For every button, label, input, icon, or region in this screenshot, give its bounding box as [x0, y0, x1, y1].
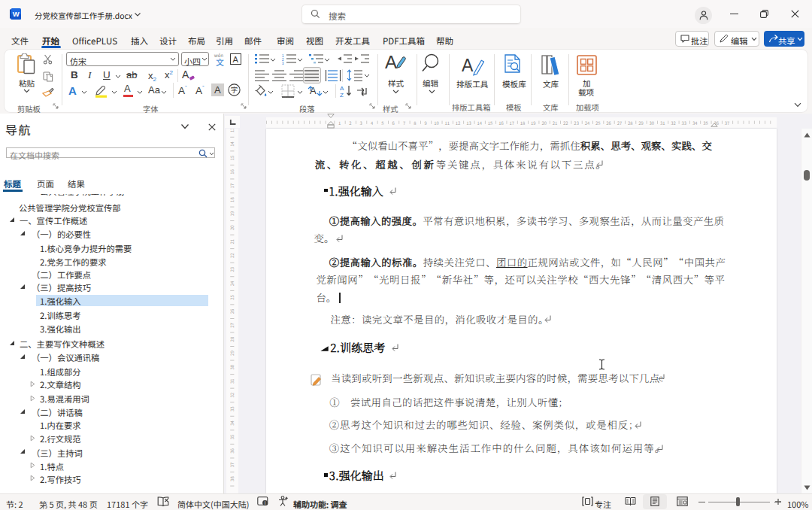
svg-text:A: A	[340, 85, 344, 92]
svg-text:29: 29	[638, 120, 644, 126]
svg-text:1: 1	[338, 120, 341, 126]
svg-text:30: 30	[229, 365, 235, 370]
svg-text:34: 34	[692, 120, 698, 126]
svg-text:35: 35	[703, 120, 708, 126]
svg-text:9: 9	[425, 120, 427, 126]
svg-text:36: 36	[229, 448, 235, 454]
svg-text:29: 29	[229, 351, 235, 356]
svg-text:18: 18	[520, 120, 526, 126]
svg-text:4: 4	[371, 120, 374, 126]
svg-text:27: 27	[229, 323, 235, 328]
svg-text:34: 34	[229, 420, 235, 425]
svg-text:13: 13	[466, 120, 471, 126]
svg-text:3: 3	[282, 62, 284, 65]
svg-text:12: 12	[456, 120, 461, 126]
svg-text:32: 32	[671, 120, 676, 126]
svg-text:33: 33	[682, 120, 687, 126]
svg-text:33: 33	[229, 407, 235, 412]
svg-text:17: 17	[229, 184, 235, 189]
svg-text:22: 22	[229, 253, 235, 259]
svg-text:21: 21	[553, 120, 558, 126]
svg-text:字: 字	[231, 84, 238, 95]
svg-text:35: 35	[229, 435, 235, 440]
svg-text:31: 31	[660, 120, 665, 126]
svg-text:6: 6	[392, 120, 395, 126]
svg-text:11: 11	[445, 120, 450, 126]
svg-text:26: 26	[229, 308, 235, 314]
svg-text:18: 18	[229, 197, 235, 202]
svg-text:10: 10	[434, 120, 439, 126]
svg-text:5: 5	[381, 120, 383, 126]
svg-text:i: i	[265, 500, 265, 505]
svg-text:W: W	[13, 10, 20, 18]
svg-text:A: A	[385, 53, 397, 72]
svg-text:25: 25	[229, 295, 235, 300]
svg-text:16: 16	[498, 120, 504, 126]
svg-text:14: 14	[229, 141, 235, 146]
svg-text:24: 24	[229, 281, 235, 286]
svg-text:19: 19	[229, 211, 235, 217]
svg-text:22: 22	[563, 120, 568, 126]
svg-text:16: 16	[229, 169, 235, 175]
svg-text:15: 15	[488, 120, 493, 126]
svg-text:14: 14	[477, 120, 482, 126]
svg-text:23: 23	[229, 267, 235, 272]
svg-text:21: 21	[229, 239, 235, 244]
svg-text:20: 20	[229, 225, 235, 230]
svg-text:7: 7	[403, 120, 405, 126]
svg-text:3: 3	[360, 120, 362, 126]
svg-text:37: 37	[229, 463, 235, 468]
svg-text:Z: Z	[340, 92, 344, 98]
svg-text:24: 24	[585, 120, 590, 126]
svg-text:17: 17	[509, 120, 514, 126]
svg-text:8: 8	[414, 120, 416, 126]
svg-text:13: 13	[229, 129, 235, 132]
svg-text:31: 31	[229, 378, 235, 384]
svg-text:20: 20	[541, 120, 547, 126]
svg-text:2: 2	[349, 120, 351, 126]
svg-text:28: 28	[628, 120, 633, 126]
svg-text:28: 28	[229, 337, 235, 342]
svg-text:30: 30	[650, 120, 655, 126]
svg-text:26: 26	[606, 120, 611, 126]
svg-text:37: 37	[725, 120, 730, 126]
svg-text:19: 19	[531, 120, 536, 126]
svg-text:23: 23	[574, 120, 579, 126]
svg-text:15: 15	[229, 156, 235, 161]
svg-text:27: 27	[617, 120, 623, 126]
svg-text:A: A	[462, 56, 474, 75]
svg-text:32: 32	[229, 393, 235, 398]
svg-text:38: 38	[229, 476, 235, 481]
svg-text:25: 25	[595, 120, 601, 126]
